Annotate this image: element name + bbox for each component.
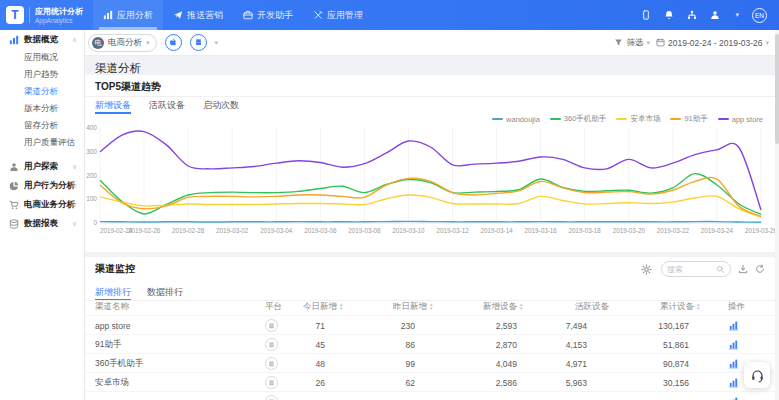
monitor-card: 渠道监控 新增排行数据排行 渠道名称平台今日新增▲▼昨日新增▲▼新增设备▲▼活跃… [85,257,775,400]
chevron-down-icon: ∨ [72,201,77,209]
top-nav-item[interactable]: 推送营销 [163,0,233,30]
svg-text:2019-03-26: 2019-03-26 [745,227,775,234]
sidebar-item-留存分析[interactable]: 留存分析 [0,117,84,134]
top-nav-item[interactable]: 应用管理 [303,0,373,30]
svg-text:400: 400 [86,124,97,131]
search-icon[interactable] [716,265,725,274]
mobile-icon[interactable] [641,10,651,20]
column-header-昨日新增[interactable]: 昨日新增▲▼ [393,301,433,313]
chevron-down-icon: ∨ [72,163,77,171]
sidebar-group-label: 电商业务分析 [24,199,75,211]
sidebar-group-用户行为分析[interactable]: 用户行为分析∨ [0,176,84,195]
chevron-down-icon[interactable]: ▾ [215,39,219,47]
sort-icon[interactable]: ▲▼ [429,303,433,311]
table-row: app store712302,5937,494130,167 [85,315,775,334]
svg-text:100: 100 [86,195,97,202]
cell-new_devices: 2,870 [437,335,517,354]
column-header-渠道名称: 渠道名称 [95,301,129,313]
monitor-card-title: 渠道监控 [95,262,135,276]
product-logo: T [6,6,24,24]
main-area: 电 电商分析 ▾ ▾ 筛选 ▾ 2019-02-24 - 2019-03-26 … [85,30,779,400]
column-header-新增设备[interactable]: 新增设备▲▼ [483,301,523,313]
page-scrollbar[interactable] [775,30,779,400]
view-chart-button[interactable] [728,320,739,331]
trend-tab-活跃设备[interactable]: 活跃设备 [149,97,185,113]
svg-text:2019-02-28: 2019-02-28 [172,227,205,234]
user-icon [9,162,19,172]
cell-name: 安卓市场 [95,373,245,392]
android-filter-button[interactable] [190,34,207,51]
app-toolbar: 电 电商分析 ▾ ▾ 筛选 ▾ 2019-02-24 - 2019-03-26 … [85,30,779,56]
top-nav-item[interactable]: 应用分析 [93,0,163,30]
sidebar-item-用户质量评估[interactable]: 用户质量评估 [0,134,84,151]
sidebar-group-label: 用户探索 [24,161,58,173]
sort-icon[interactable]: ▲▼ [339,303,343,311]
bell-icon[interactable] [664,10,674,20]
ios-filter-button[interactable] [165,34,182,51]
monitor-tab-新增排行[interactable]: 新增排行 [95,284,131,300]
monitor-tab-数据排行[interactable]: 数据排行 [147,284,183,300]
page-title: 渠道分析 [95,61,141,76]
column-header-今日新增[interactable]: 今日新增▲▼ [303,301,343,313]
sidebar-item-渠道分析[interactable]: 渠道分析 [0,83,84,100]
svg-text:2019-03-14: 2019-03-14 [480,227,513,234]
apple-icon [169,38,178,47]
refresh-icon[interactable] [755,264,765,274]
filter-dropdown[interactable]: 筛选 ▾ [614,37,650,49]
sidebar-item-应用概况[interactable]: 应用概况 [0,49,84,66]
svg-text:2019-03-22: 2019-03-22 [657,227,690,234]
sidebar-group-电商业务分析[interactable]: 电商业务分析∨ [0,195,84,214]
view-chart-button[interactable] [728,377,739,388]
sort-icon[interactable]: ▲▼ [519,303,523,311]
series-360手机助手 [100,174,761,215]
svg-text:2019-03-16: 2019-03-16 [525,227,558,234]
series-app store [100,131,761,210]
action-cell [721,335,745,354]
top-nav-item[interactable]: 开发助手 [233,0,303,30]
cell-name: app store [95,316,245,335]
sort-icon[interactable]: ▲▼ [696,303,700,311]
cell-new_devices: 2,586 [437,373,517,392]
trend-tab-启动次数[interactable]: 启动次数 [203,97,239,113]
filter-label: 筛选 [626,37,643,49]
support-headset-button[interactable] [744,362,770,388]
product-subtitle: AppAnalytics [35,17,83,24]
cell-today [245,392,325,400]
sitemap-icon[interactable] [687,10,697,20]
cart-icon [9,200,19,210]
search-input[interactable] [667,265,713,274]
sidebar-item-用户趋势[interactable]: 用户趋势 [0,66,84,83]
svg-text:2019-03-24: 2019-03-24 [701,227,734,234]
sidebar-group-用户探索[interactable]: 用户探索∨ [0,157,84,176]
app-selector[interactable]: 电 电商分析 ▾ [88,34,157,52]
view-chart-button[interactable] [728,339,739,350]
table-row: 安卓市场26622,5865,96330,156 [85,372,775,391]
view-chart-button[interactable] [728,358,739,369]
svg-text:2019-03-02: 2019-03-02 [216,227,249,234]
chevron-down-icon: ∨ [72,220,77,228]
view-chart-button[interactable] [728,396,739,400]
cell-today: 71 [245,316,325,335]
cell-name: 360手机助手 [95,354,245,373]
topbar-actions: ▾EN [641,0,779,30]
user-icon[interactable] [710,10,720,20]
sidebar-group-数据报表[interactable]: 数据报表∨ [0,214,84,233]
cell-new_devices: 2,593 [437,316,517,335]
sidebar-group-数据概览[interactable]: 数据概览∧ [0,30,84,49]
date-range-picker[interactable]: 2019-02-24 - 2019-03-26 ▾ [656,38,769,48]
column-header-累计设备[interactable]: 累计设备▲▼ [660,301,700,313]
svg-text:2019-03-12: 2019-03-12 [436,227,469,234]
language-badge[interactable]: EN [752,8,767,23]
cell-today: 45 [245,335,325,354]
table-row: 91助手45862,8704,15351,861 [85,334,775,353]
trend-tab-新增设备[interactable]: 新增设备 [95,97,131,113]
download-icon[interactable] [738,264,748,274]
cell-total_devices: 30,156 [605,373,689,392]
briefcase-icon [243,10,253,20]
svg-text:2019-03-04: 2019-03-04 [260,227,293,234]
app-root: T 应用统计分析 AppAnalytics 应用分析推送营销开发助手应用管理 ▾… [0,0,779,400]
sidebar-item-版本分析[interactable]: 版本分析 [0,100,84,117]
gear-icon[interactable] [638,261,654,277]
chevron-down-icon: ▾ [646,39,650,47]
scrollbar-thumb[interactable] [775,34,779,144]
